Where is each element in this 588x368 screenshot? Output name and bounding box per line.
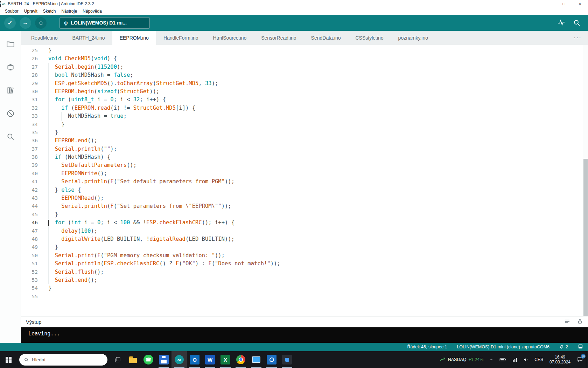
code-line-34[interactable]: 34 } (21, 121, 588, 129)
tab-HtmlSource.ino[interactable]: HtmlSource.ino (206, 31, 254, 45)
code-line-48[interactable]: 48 digitalWrite(LED_BUILTIN, !digitalRea… (21, 235, 588, 243)
action-center-button[interactable]: 10 (574, 351, 586, 368)
scrollbar-thumb[interactable] (583, 159, 588, 316)
boards-manager-icon[interactable] (6, 62, 15, 72)
tab-ReadMe.ino[interactable]: ReadMe.ino (24, 31, 65, 45)
code-line-28[interactable]: 28 bool NotMD5Hash = false; (21, 71, 588, 79)
task-view-button[interactable] (110, 351, 125, 368)
code-line-42[interactable]: 42 } else { (21, 186, 588, 194)
code-line-54[interactable]: 54} (21, 284, 588, 292)
vertical-scrollbar[interactable] (583, 45, 588, 316)
close-button[interactable]: × (572, 0, 588, 8)
code-line-38[interactable]: 38 if (NotMD5Hash) { (21, 153, 588, 161)
code-line-41[interactable]: 41 Serial.println(F("Set default paramet… (21, 178, 588, 186)
taskbar-app-app-blue-monitor[interactable] (248, 351, 264, 368)
code-line-49[interactable]: 49 } (21, 243, 588, 251)
debug-button[interactable] (35, 17, 47, 29)
more-tabs-button[interactable]: ··· (567, 31, 588, 45)
code-line-39[interactable]: 39 SetDefaultParameters(); (21, 161, 588, 169)
code-line-44[interactable]: 44 Serial.println(F("Set parameters from… (21, 202, 588, 210)
code-line-35[interactable]: 35 } (21, 129, 588, 137)
sketchbook-folder-icon[interactable] (6, 39, 15, 49)
network-indicator[interactable] (509, 351, 520, 368)
clear-output-button[interactable] (564, 318, 570, 326)
taskbar-app-outlook[interactable]: O (187, 351, 202, 368)
taskbar-app-app-dark[interactable] (279, 351, 295, 368)
menu-nápověda[interactable]: Nápověda (80, 8, 105, 14)
code-line-53[interactable]: 53 Serial.end(); (21, 276, 588, 284)
taskbar-app-arduino-ide[interactable]: ∞ (172, 351, 187, 368)
tab-BARTH_24.ino[interactable]: BARTH_24.ino (65, 31, 112, 45)
board-selector[interactable]: ψ LOLIN(WEMOS) D1 mi... ▾ (59, 17, 150, 29)
code-line-36[interactable]: 36 EEPROM.end(); (21, 137, 588, 145)
taskbar-app-file-explorer[interactable] (125, 351, 141, 368)
toggle-panel-button[interactable] (578, 344, 583, 350)
line-number: 25 (21, 47, 48, 55)
serial-monitor-button[interactable] (573, 19, 581, 27)
code-line-37[interactable]: 37 Serial.println(""); (21, 145, 588, 153)
code-line-32[interactable]: 32 if (EEPROM.read(i) != StructGet.MD5[i… (21, 104, 588, 112)
tab-EEPROM.ino[interactable]: EEPROM.ino (112, 31, 156, 45)
code-line-25[interactable]: 25} (21, 47, 588, 55)
verify-button[interactable]: ✓ (4, 17, 16, 29)
start-button[interactable] (0, 351, 17, 368)
code-line-26[interactable]: 26void CheckMD5(void) { (21, 55, 588, 63)
code-line-50[interactable]: 50 Serial.print(F("PGM memory checksum v… (21, 252, 588, 260)
tab-SendData.ino[interactable]: SendData.ino (304, 31, 348, 45)
taskbar-app-word[interactable]: W (202, 351, 218, 368)
volume-indicator[interactable] (520, 351, 532, 368)
hidden-icons-button[interactable] (486, 351, 497, 368)
line-number: 43 (21, 194, 48, 202)
code-line-45[interactable]: 45 } (21, 211, 588, 219)
battery-indicator[interactable] (497, 351, 509, 368)
line-text: } (48, 243, 588, 251)
tab-SensorRead.ino[interactable]: SensorRead.ino (254, 31, 303, 45)
notifications-button[interactable]: 2 (559, 345, 568, 349)
menu-upravit[interactable]: Upravit (21, 8, 40, 14)
serial-plotter-button[interactable] (557, 19, 566, 27)
menu-sketch[interactable]: Sketch (40, 8, 59, 14)
stock-change-value: +1,24% (469, 357, 484, 362)
code-line-51[interactable]: 51 Serial.println(ESP.checkFlashCRC() ? … (21, 260, 588, 268)
taskbar-search[interactable] (19, 354, 107, 366)
taskbar-app-excel[interactable]: X (218, 351, 233, 368)
code-line-40[interactable]: 40 EEPROMWrite(); (21, 170, 588, 178)
upload-button[interactable]: → (20, 17, 31, 29)
code-line-47[interactable]: 47 delay(100); (21, 227, 588, 235)
window-title: BARTH_24 - EEPROM.ino | Arduino IDE 2.3.… (8, 1, 94, 6)
language-indicator[interactable]: CES (532, 351, 546, 368)
search-input[interactable] (32, 357, 103, 362)
maximize-button[interactable]: □ (556, 0, 572, 8)
chevron-down-icon: ▾ (0, 1, 1, 7)
taskbar-app-chrome[interactable] (233, 351, 248, 368)
code-line-43[interactable]: 43 EEPROMRead(); (21, 194, 588, 202)
tab-HandleForm.ino[interactable]: HandleForm.ino (156, 31, 206, 45)
code-line-55[interactable]: 55 (21, 293, 588, 301)
menu-nástroje[interactable]: Nástroje (58, 8, 80, 14)
taskbar-app-whatsapp[interactable]: ☎ (141, 351, 156, 368)
tab-CSSstyle.ino[interactable]: CSSstyle.ino (348, 31, 391, 45)
code-line-29[interactable]: 29 ESP.getSketchMD5().toCharArray(Struct… (21, 80, 588, 88)
taskbar-clock[interactable]: 16:49 07.03.2024 (546, 355, 574, 364)
debug-sidebar-icon[interactable] (6, 109, 15, 118)
stock-widget[interactable]: NASDAQ +1,24% (437, 351, 486, 368)
output-actions (564, 318, 583, 326)
code-line-52[interactable]: 52 Serial.flush(); (21, 268, 588, 276)
search-icon[interactable] (6, 132, 15, 142)
scroll-lock-button[interactable] (577, 318, 583, 326)
menu-soubor[interactable]: Soubor (2, 8, 21, 14)
taskbar-app-save-tool[interactable] (156, 351, 172, 368)
code-line-31[interactable]: 31 for (uint8_t i = 0; i < 32; i++) { (21, 96, 588, 104)
output-panel-header: Výstup (21, 316, 588, 327)
library-manager-icon[interactable] (6, 86, 15, 95)
code-line-46[interactable]: 46 for (int i = 0; i < 100 && !ESP.check… (21, 219, 588, 227)
line-number: 39 (21, 161, 48, 169)
stock-index-label: NASDAQ (448, 357, 467, 362)
code-line-33[interactable]: 33 NotMD5Hash = true; (21, 112, 588, 120)
tab-poznamky.ino[interactable]: poznamky.ino (391, 31, 435, 45)
taskbar-app-app-blue-2[interactable] (264, 351, 279, 368)
code-line-27[interactable]: 27 Serial.begin(115200); (21, 63, 588, 71)
show-desktop-button[interactable] (586, 351, 588, 368)
minimize-button[interactable]: – (540, 0, 556, 8)
code-line-30[interactable]: 30 EEPROM.begin(sizeof(StructGet)); (21, 88, 588, 96)
